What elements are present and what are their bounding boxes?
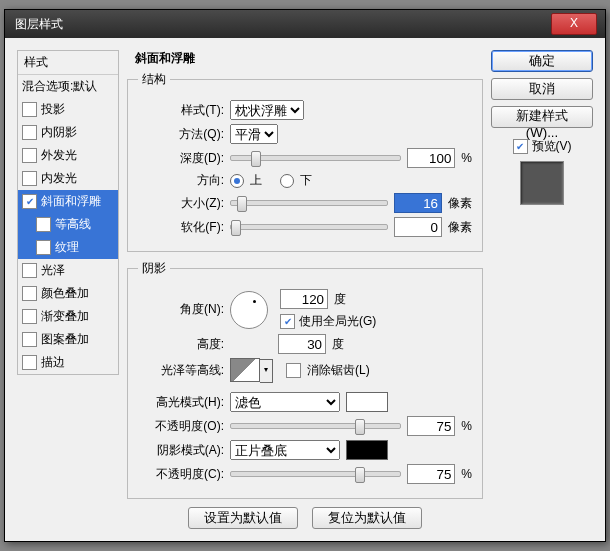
highlight-opacity-slider[interactable] (230, 423, 401, 429)
preview-swatch (520, 161, 564, 205)
preview-checkbox[interactable] (513, 139, 528, 154)
highlight-color-swatch[interactable] (346, 392, 388, 412)
layer-style-dialog: 图层样式 X 样式 混合选项:默认投影内阴影外发光内发光斜面和浮雕等高线纹理光泽… (4, 9, 606, 542)
styles-list: 样式 混合选项:默认投影内阴影外发光内发光斜面和浮雕等高线纹理光泽颜色叠加渐变叠… (17, 50, 119, 375)
shadow-mode-select[interactable]: 正片叠底 (230, 440, 340, 460)
global-light-checkbox[interactable] (280, 314, 295, 329)
style-item-8[interactable]: 光泽 (18, 259, 118, 282)
style-item-label: 描边 (41, 354, 65, 371)
style-item-2[interactable]: 内阴影 (18, 121, 118, 144)
style-item-4[interactable]: 内发光 (18, 167, 118, 190)
technique-label: 方法(Q): (138, 126, 224, 143)
soften-slider[interactable] (230, 224, 388, 230)
style-item-checkbox[interactable] (22, 125, 37, 140)
style-item-checkbox[interactable] (22, 102, 37, 117)
style-item-6[interactable]: 等高线 (18, 213, 118, 236)
window-title: 图层样式 (15, 16, 63, 33)
new-style-button[interactable]: 新建样式(W)... (491, 106, 593, 128)
direction-up-radio[interactable] (230, 174, 244, 188)
style-item-0[interactable]: 混合选项:默认 (18, 75, 118, 98)
style-select[interactable]: 枕状浮雕 (230, 100, 304, 120)
styles-header: 样式 (18, 51, 118, 75)
style-item-checkbox[interactable] (22, 332, 37, 347)
style-item-label: 混合选项:默认 (22, 78, 97, 95)
style-item-checkbox[interactable] (22, 194, 37, 209)
style-item-checkbox[interactable] (22, 171, 37, 186)
shadow-mode-label: 阴影模式(A): (138, 442, 224, 459)
highlight-opacity-input[interactable] (407, 416, 455, 436)
shadow-opacity-slider[interactable] (230, 471, 401, 477)
style-item-label: 内阴影 (41, 124, 77, 141)
style-item-label: 投影 (41, 101, 65, 118)
style-item-label: 颜色叠加 (41, 285, 89, 302)
shadow-color-swatch[interactable] (346, 440, 388, 460)
cancel-button[interactable]: 取消 (491, 78, 593, 100)
structure-legend: 结构 (138, 71, 170, 88)
altitude-input[interactable] (278, 334, 326, 354)
angle-dial[interactable] (230, 291, 268, 329)
depth-slider[interactable] (230, 155, 401, 161)
highlight-mode-label: 高光模式(H): (138, 394, 224, 411)
size-slider[interactable] (230, 200, 388, 206)
shading-group: 阴影 角度(N): 度 使用全局光(G) 高度: 度 (127, 260, 483, 499)
style-label: 样式(T): (138, 102, 224, 119)
reset-default-button[interactable]: 复位为默认值 (312, 507, 422, 529)
highlight-opacity-label: 不透明度(O): (138, 418, 224, 435)
gloss-contour-label: 光泽等高线: (138, 362, 224, 379)
style-item-label: 光泽 (41, 262, 65, 279)
percent-unit: % (461, 151, 472, 165)
soften-label: 软化(F): (138, 219, 224, 236)
style-item-label: 内发光 (41, 170, 77, 187)
soften-input[interactable] (394, 217, 442, 237)
depth-label: 深度(D): (138, 150, 224, 167)
style-item-checkbox[interactable] (22, 355, 37, 370)
pixel-unit2: 像素 (448, 219, 472, 236)
altitude-label: 高度: (138, 336, 224, 353)
antialias-checkbox[interactable] (286, 363, 301, 378)
style-item-label: 纹理 (55, 239, 79, 256)
style-item-checkbox[interactable] (22, 263, 37, 278)
style-item-checkbox[interactable] (22, 286, 37, 301)
ok-button[interactable]: 确定 (491, 50, 593, 72)
shadow-opacity-input[interactable] (407, 464, 455, 484)
style-item-10[interactable]: 渐变叠加 (18, 305, 118, 328)
angle-label: 角度(N): (138, 301, 224, 318)
style-item-5[interactable]: 斜面和浮雕 (18, 190, 118, 213)
pixel-unit: 像素 (448, 195, 472, 212)
shadow-opacity-label: 不透明度(C): (138, 466, 224, 483)
direction-down-radio[interactable] (280, 174, 294, 188)
style-item-7[interactable]: 纹理 (18, 236, 118, 259)
style-item-label: 斜面和浮雕 (41, 193, 101, 210)
technique-select[interactable]: 平滑 (230, 124, 278, 144)
titlebar[interactable]: 图层样式 X (5, 10, 605, 38)
direction-label: 方向: (138, 172, 224, 189)
close-button[interactable]: X (551, 13, 597, 35)
size-input[interactable] (394, 193, 442, 213)
panel-title: 斜面和浮雕 (135, 50, 483, 67)
shading-legend: 阴影 (138, 260, 170, 277)
style-item-label: 图案叠加 (41, 331, 89, 348)
size-label: 大小(Z): (138, 195, 224, 212)
style-item-checkbox[interactable] (22, 148, 37, 163)
preview-label: 预览(V) (532, 138, 572, 155)
style-item-9[interactable]: 颜色叠加 (18, 282, 118, 305)
style-item-checkbox[interactable] (22, 309, 37, 324)
style-item-11[interactable]: 图案叠加 (18, 328, 118, 351)
highlight-mode-select[interactable]: 滤色 (230, 392, 340, 412)
depth-input[interactable] (407, 148, 455, 168)
angle-input[interactable] (280, 289, 328, 309)
make-default-button[interactable]: 设置为默认值 (188, 507, 298, 529)
style-item-checkbox[interactable] (36, 217, 51, 232)
style-item-12[interactable]: 描边 (18, 351, 118, 374)
style-item-label: 渐变叠加 (41, 308, 89, 325)
structure-group: 结构 样式(T): 枕状浮雕 方法(Q): 平滑 深度(D): % 方向: 上 … (127, 71, 483, 252)
style-item-3[interactable]: 外发光 (18, 144, 118, 167)
style-item-label: 等高线 (55, 216, 91, 233)
gloss-contour-picker[interactable]: ▾ (230, 358, 260, 382)
style-item-label: 外发光 (41, 147, 77, 164)
style-item-1[interactable]: 投影 (18, 98, 118, 121)
style-item-checkbox[interactable] (36, 240, 51, 255)
